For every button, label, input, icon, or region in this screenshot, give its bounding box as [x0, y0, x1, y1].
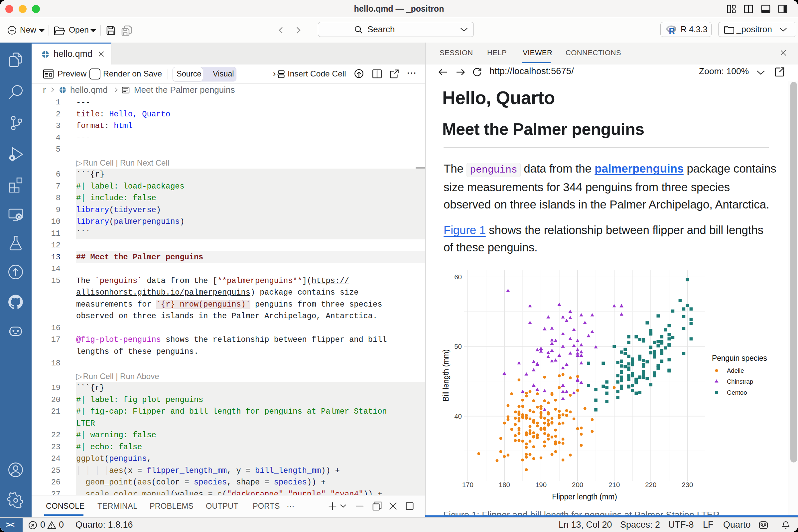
svg-text:40: 40 — [454, 412, 462, 420]
svg-text:210: 210 — [608, 481, 620, 489]
svg-text:Penguin species: Penguin species — [712, 354, 767, 362]
svg-text:Gentoo: Gentoo — [727, 389, 747, 396]
svg-text:200: 200 — [572, 481, 583, 489]
svg-text:Chinstrap: Chinstrap — [727, 378, 753, 385]
svg-text:230: 230 — [682, 481, 693, 489]
svg-text:Adelie: Adelie — [727, 367, 744, 374]
svg-text:50: 50 — [454, 342, 462, 350]
svg-text:Bill length (mm): Bill length (mm) — [441, 349, 450, 402]
svg-text:220: 220 — [645, 481, 657, 489]
svg-text:60: 60 — [454, 273, 462, 281]
svg-text:R: R — [669, 26, 675, 35]
svg-text:170: 170 — [462, 481, 474, 489]
svg-text:Flipper length (mm): Flipper length (mm) — [552, 492, 617, 501]
svg-text:190: 190 — [535, 481, 547, 489]
svg-text:180: 180 — [499, 481, 510, 489]
